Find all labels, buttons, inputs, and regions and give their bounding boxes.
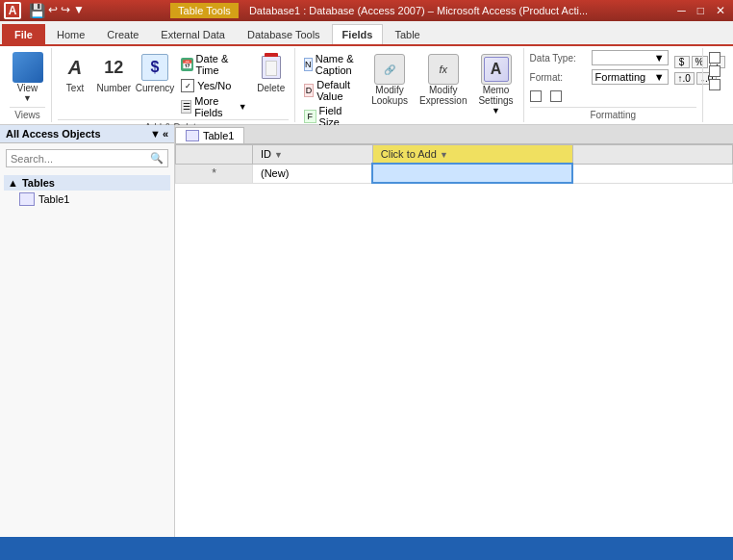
text-label: Text bbox=[66, 83, 84, 93]
add-cell-active[interactable] bbox=[372, 164, 572, 183]
dollar-format-button[interactable]: $ bbox=[674, 56, 690, 68]
sidebar-section-tables: ▲ Tables Table1 bbox=[0, 173, 174, 210]
data-type-label: Data Type: bbox=[530, 53, 588, 64]
status-bar bbox=[0, 537, 733, 560]
more-fields-button[interactable]: ☰ More Fields ▼ bbox=[178, 94, 249, 119]
currency-button[interactable]: $ Currency bbox=[136, 50, 175, 95]
modify-expression-icon: fx bbox=[428, 54, 459, 85]
tab-create[interactable]: Create bbox=[96, 24, 149, 44]
save-icon[interactable]: 💾 bbox=[29, 3, 45, 18]
tab-fields[interactable]: Fields bbox=[332, 24, 384, 44]
yes-no-button[interactable]: ✓ Yes/No bbox=[178, 78, 249, 93]
quick-access-toolbar: 💾 ↩ ↪ ▼ bbox=[29, 3, 85, 18]
currency-icon-shape: $ bbox=[141, 54, 168, 81]
quick-access-dropdown[interactable]: ▼ bbox=[73, 3, 85, 18]
maximize-button[interactable]: □ bbox=[694, 4, 708, 17]
tables-section-header[interactable]: ▲ Tables bbox=[4, 175, 170, 191]
add-delete-small-col: 📅 Date & Time ✓ Yes/No ☰ More Fields ▼ bbox=[178, 50, 249, 119]
checkbox1-box[interactable] bbox=[530, 90, 542, 102]
modify-lookups-icon: 🔗 bbox=[374, 54, 405, 85]
data-table: ID ▼ Click to Add ▼ * bbox=[175, 144, 733, 184]
checkbox2 bbox=[550, 90, 565, 102]
app-icon[interactable]: A bbox=[4, 2, 21, 19]
sidebar-collapse-btn[interactable]: « bbox=[163, 128, 168, 140]
format-label: Format: bbox=[530, 72, 588, 83]
formatting-title: Formatting bbox=[530, 107, 696, 120]
right-checkbox1-box[interactable] bbox=[709, 52, 720, 64]
sidebar-title: All Access Objects bbox=[6, 128, 101, 140]
memo-settings-label: MemoSettings bbox=[478, 85, 513, 106]
id-cell: (New) bbox=[253, 164, 373, 183]
doc-tab-table1-icon bbox=[186, 130, 199, 141]
title-bar-left: A 💾 ↩ ↪ ▼ bbox=[4, 2, 85, 19]
click-to-add-arrow: ▼ bbox=[440, 150, 448, 160]
empty-header bbox=[572, 145, 732, 165]
checkbox2-box[interactable] bbox=[550, 90, 562, 102]
date-time-button[interactable]: 📅 Date & Time bbox=[178, 52, 249, 77]
sidebar-item-table1[interactable]: Table1 bbox=[4, 191, 170, 208]
memo-settings-button[interactable]: A MemoSettings ▼ bbox=[474, 52, 517, 117]
tab-home[interactable]: Home bbox=[46, 24, 95, 44]
minimize-button[interactable]: ─ bbox=[673, 4, 690, 17]
yes-no-label: Yes/No bbox=[197, 80, 231, 91]
format-dropdown[interactable]: Formatting ▼ bbox=[592, 69, 669, 85]
checkbox1 bbox=[530, 90, 544, 102]
add-delete-content: A Text 12 Number $ Currency � bbox=[58, 50, 289, 119]
number-label: Number bbox=[97, 83, 132, 93]
ribbon-tabs: File Home Create External Data Database … bbox=[0, 21, 733, 46]
title-center: Table Tools Database1 : Database (Access… bbox=[85, 5, 673, 16]
click-to-add-label: Click to Add bbox=[381, 148, 437, 160]
date-time-icon: 📅 bbox=[181, 58, 192, 71]
modify-expression-button[interactable]: fx ModifyExpression bbox=[416, 52, 470, 117]
search-input[interactable] bbox=[11, 153, 150, 165]
tab-external-data[interactable]: External Data bbox=[150, 24, 236, 44]
tab-database-tools[interactable]: Database Tools bbox=[237, 24, 331, 44]
window-controls: ─ □ ✕ bbox=[673, 4, 729, 17]
delete-icon bbox=[256, 52, 287, 83]
view-icon bbox=[13, 52, 43, 83]
memo-settings-arrow[interactable]: ▼ bbox=[492, 106, 500, 115]
ribbon-group-formatting: Data Type: ▼ Format: Formatting ▼ bbox=[524, 48, 702, 122]
right-checkbox3-box[interactable] bbox=[709, 79, 720, 90]
main-content: Table1 ID ▼ Click to Add ▼ bbox=[175, 125, 733, 537]
ribbon-group-views: View ▼ Views bbox=[4, 48, 52, 122]
new-label: (New) bbox=[261, 167, 289, 179]
more-fields-icon: ☰ bbox=[181, 100, 191, 114]
sidebar-dropdown-btn[interactable]: ▼ bbox=[150, 128, 161, 140]
tab-file[interactable]: File bbox=[2, 24, 45, 44]
properties-content: N Name & Caption D Default Value F Field… bbox=[301, 50, 518, 129]
search-container: 🔍 bbox=[3, 146, 171, 170]
yes-no-icon: ✓ bbox=[181, 79, 194, 92]
id-col-arrow: ▼ bbox=[274, 150, 283, 160]
views-group-label: Views bbox=[10, 107, 45, 120]
number-button[interactable]: 12 Number bbox=[96, 50, 132, 95]
view-button[interactable]: View ▼ bbox=[10, 50, 45, 105]
tab-table[interactable]: Table bbox=[384, 24, 430, 44]
default-value-button[interactable]: D Default Value bbox=[301, 78, 364, 103]
close-button[interactable]: ✕ bbox=[712, 4, 729, 17]
name-caption-icon: N bbox=[304, 58, 313, 71]
table-container[interactable]: ID ▼ Click to Add ▼ * bbox=[175, 144, 733, 537]
currency-icon: $ bbox=[139, 52, 170, 83]
view-dropdown-arrow[interactable]: ▼ bbox=[23, 93, 32, 103]
right-checkbox1 bbox=[709, 52, 723, 64]
text-button[interactable]: A Text bbox=[58, 50, 92, 95]
field-size-icon: F bbox=[304, 110, 316, 123]
id-col-label: ID bbox=[261, 148, 271, 160]
redo-icon[interactable]: ↪ bbox=[61, 3, 70, 18]
delete-icon-shape bbox=[262, 56, 281, 79]
name-caption-button[interactable]: N Name & Caption bbox=[301, 52, 364, 77]
right-checkbox2 bbox=[709, 65, 723, 77]
doc-tab-table1[interactable]: Table1 bbox=[175, 127, 244, 143]
sidebar: All Access Objects ▼ « 🔍 ▲ Tables Table1 bbox=[0, 125, 175, 537]
id-column-header[interactable]: ID ▼ bbox=[253, 145, 373, 165]
data-type-dropdown[interactable]: ▼ bbox=[592, 50, 669, 65]
ribbon: View ▼ Views A Text 12 Number bbox=[0, 46, 733, 125]
undo-icon[interactable]: ↩ bbox=[48, 3, 58, 18]
modify-lookups-button[interactable]: 🔗 ModifyLookups bbox=[367, 52, 412, 117]
delete-button[interactable]: Delete bbox=[254, 50, 289, 95]
modify-expression-label: ModifyExpression bbox=[419, 85, 467, 106]
increase-decimal-button[interactable]: ↑.0 bbox=[674, 72, 695, 85]
click-to-add-header[interactable]: Click to Add ▼ bbox=[372, 145, 572, 165]
right-checkbox2-box[interactable] bbox=[709, 65, 720, 77]
